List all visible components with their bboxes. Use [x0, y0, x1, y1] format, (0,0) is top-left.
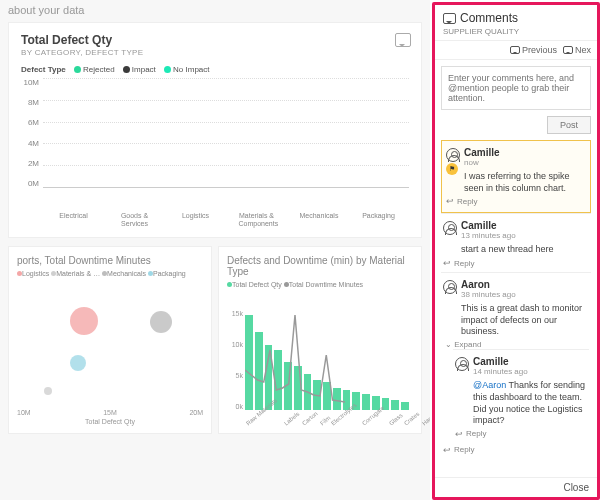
- next-button[interactable]: Nex: [563, 45, 591, 55]
- bar[interactable]: [294, 366, 302, 410]
- bubble[interactable]: [44, 387, 52, 395]
- x-axis: 10M15M20M: [17, 409, 203, 416]
- chart-title: Total Defect Qty: [21, 33, 409, 47]
- comment-input[interactable]: [441, 66, 591, 110]
- bar[interactable]: [323, 382, 331, 410]
- comments-title: Comments: [460, 11, 518, 25]
- comment-time: 38 minutes ago: [461, 290, 516, 299]
- reply-button[interactable]: Reply: [455, 429, 587, 439]
- chart-legend: Total Defect Qty Total Downtime Minutes: [227, 281, 413, 288]
- comments-header: Comments SUPPLIER QUALITY: [435, 5, 597, 40]
- legend-label: Defect Type: [21, 65, 66, 74]
- comment-icon: [443, 13, 456, 24]
- expand-button[interactable]: Expand: [445, 340, 589, 349]
- legend-item: Rejected: [83, 65, 115, 74]
- avatar-icon: [443, 221, 457, 235]
- bar[interactable]: [313, 380, 321, 410]
- comment-body: This is a great dash to monitor impact o…: [461, 303, 589, 338]
- compose-area: Post: [435, 60, 597, 140]
- comment-icon: [510, 46, 520, 54]
- bubble[interactable]: [70, 355, 86, 371]
- breadcrumb: about your data: [8, 4, 422, 16]
- bubble[interactable]: [70, 307, 98, 335]
- chart-grid: [43, 78, 409, 188]
- scatter-plot: [17, 287, 203, 407]
- chart-subtitle: BY CATEGORY, DEFECT TYPE: [21, 48, 409, 57]
- comment-author: Aaron: [461, 279, 516, 290]
- legend-swatch-impact: [123, 66, 130, 73]
- comment-item: Camille14 minutes ago@Aaron Thanks for s…: [453, 349, 589, 443]
- chart-card-combo[interactable]: Defects and Downtime (min) by Material T…: [218, 246, 422, 434]
- bar-chart: 10M8M6M4M2M0M: [21, 78, 409, 208]
- legend-item: No Impact: [173, 65, 209, 74]
- avatar-icon: [446, 148, 460, 162]
- close-button[interactable]: Close: [435, 477, 597, 497]
- bar[interactable]: [333, 388, 341, 410]
- comment-body: @Aaron Thanks for sending this dashboard…: [473, 380, 587, 427]
- bar[interactable]: [245, 315, 253, 410]
- chart-legend: Logistics Materials & … Mechanicals Pack…: [17, 270, 203, 277]
- comments-context: SUPPLIER QUALITY: [443, 27, 589, 36]
- pin-icon: ⚑: [446, 163, 458, 175]
- comment-time: 13 minutes ago: [461, 231, 516, 240]
- comment-item: ⚑CamillenowI was referring to the spike …: [441, 140, 591, 213]
- y-axis: 10M8M6M4M2M0M: [21, 78, 43, 188]
- chart-card-scatter[interactable]: ports, Total Downtime Minutes Logistics …: [8, 246, 212, 434]
- comment-body: I was referring to the spike seen in thi…: [464, 171, 586, 194]
- comment-time: 14 minutes ago: [473, 367, 528, 376]
- comment-author: Camille: [461, 220, 516, 231]
- combo-chart: 15k10k5k0k Raw MaterialsLabelsCartonFilm…: [227, 294, 413, 424]
- legend-swatch-rejected: [74, 66, 81, 73]
- chart-legend: Defect Type Rejected Impact No Impact: [21, 65, 409, 74]
- reply-button[interactable]: Reply: [443, 258, 589, 268]
- comment-body: start a new thread here: [461, 244, 589, 256]
- comments-panel: Comments SUPPLIER QUALITY Previous Nex P…: [432, 2, 600, 500]
- comment-author: Camille: [464, 147, 500, 158]
- bar[interactable]: [391, 400, 399, 410]
- legend-swatch-noimpact: [164, 66, 171, 73]
- comments-nav: Previous Nex: [435, 40, 597, 60]
- chart-title: ports, Total Downtime Minutes: [17, 255, 203, 266]
- comment-item: Aaron38 minutes agoThis is a great dash …: [441, 272, 591, 459]
- x-axis-label: Total Defect Qty: [17, 418, 203, 425]
- y-axis: 15k10k5k0k: [227, 310, 243, 410]
- comment-icon[interactable]: [395, 33, 411, 47]
- legend-item: Impact: [132, 65, 156, 74]
- x-axis: Raw MaterialsLabelsCartonFilmElectrolyte…: [245, 422, 409, 428]
- post-button[interactable]: Post: [547, 116, 591, 134]
- chart-title: Defects and Downtime (min) by Material T…: [227, 255, 413, 277]
- comment-item: Camille13 minutes agostart a new thread …: [441, 213, 591, 272]
- bar[interactable]: [284, 362, 292, 410]
- chart-card-defect-qty[interactable]: Total Defect Qty BY CATEGORY, DEFECT TYP…: [8, 22, 422, 238]
- bar[interactable]: [304, 374, 312, 410]
- dashboard-main: about your data Total Defect Qty BY CATE…: [0, 0, 430, 500]
- comments-thread: ⚑CamillenowI was referring to the spike …: [435, 140, 597, 477]
- avatar-icon: [443, 280, 457, 294]
- avatar-icon: [455, 357, 469, 371]
- bar[interactable]: [255, 332, 263, 410]
- bar[interactable]: [401, 402, 409, 410]
- reply-button[interactable]: Reply: [443, 445, 589, 455]
- reply-button[interactable]: Reply: [446, 196, 586, 206]
- x-axis: ElectricalGoods & ServicesLogisticsMater…: [43, 212, 409, 227]
- mention-link[interactable]: @Aaron: [473, 380, 509, 390]
- comment-icon: [563, 46, 573, 54]
- bubble[interactable]: [150, 311, 172, 333]
- bar[interactable]: [362, 394, 370, 410]
- comment-author: Camille: [473, 356, 528, 367]
- previous-button[interactable]: Previous: [510, 45, 557, 55]
- comment-time: now: [464, 158, 500, 167]
